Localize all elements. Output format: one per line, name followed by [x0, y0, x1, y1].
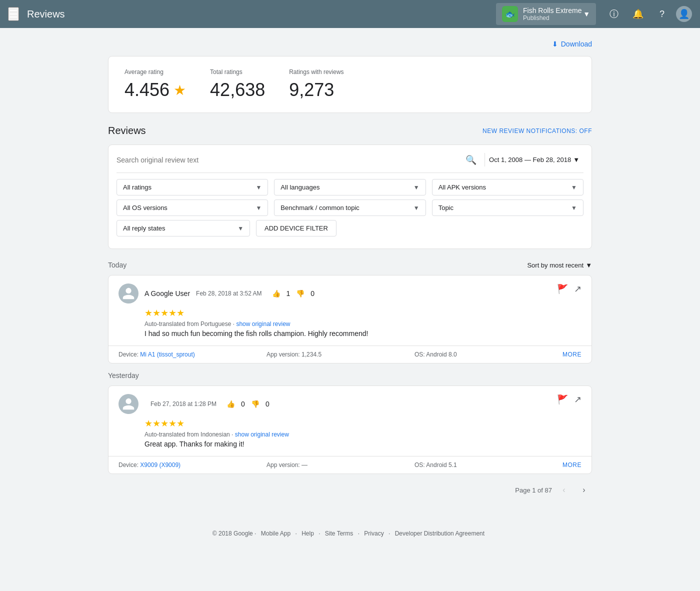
download-button[interactable]: ⬇ Download — [552, 40, 592, 48]
show-original-link-2[interactable]: show original review — [235, 431, 289, 438]
sort-label: Sort by most recent — [527, 262, 584, 269]
date-range-value: Oct 1, 2008 — Feb 28, 2018 — [489, 156, 571, 164]
review-user-row-1: A Google User Feb 28, 2018 at 3:52 AM 👍 … — [118, 284, 314, 304]
review-main-1: A Google User Feb 28, 2018 at 3:52 AM 👍 … — [108, 276, 592, 346]
review-footer-1: Device: Mi A1 (tissot_sprout) App versio… — [108, 346, 592, 363]
notifications-button[interactable]: 🔔 — [628, 4, 648, 24]
share-icon[interactable]: ↗ — [574, 394, 582, 405]
app-status: Published — [523, 14, 583, 22]
review-date-1: Feb 28, 2018 at 3:52 AM — [196, 290, 262, 297]
avatar[interactable]: 👤 — [676, 6, 692, 22]
total-ratings-label: Total ratings — [210, 68, 265, 76]
header-icons: ⓘ 🔔 ? 👤 — [604, 4, 692, 24]
search-row: 🔍 Oct 1, 2008 — Feb 28, 2018 ▼ — [116, 153, 584, 173]
page-info: Page 1 of 87 — [515, 486, 552, 494]
device-link-2[interactable]: X9009 (X9009) — [140, 462, 180, 468]
flag-icon[interactable]: 🚩 — [557, 284, 568, 294]
more-button-1[interactable]: MORE — [562, 351, 582, 358]
user-avatar-icon: 👤 — [678, 8, 690, 20]
filter-row-2: All OS versions ▼ Benchmark / common top… — [116, 200, 584, 216]
topic-filter[interactable]: Topic ▼ — [432, 200, 584, 216]
thumbs-up-icon: 👍 — [226, 400, 235, 408]
page-title: Reviews — [27, 8, 496, 20]
review-meta-1: A Google User Feb 28, 2018 at 3:52 AM 👍 … — [144, 290, 314, 298]
all-ratings-filter[interactable]: All ratings ▼ — [116, 179, 268, 196]
all-ratings-label: All ratings — [123, 184, 152, 191]
prev-icon: ‹ — [562, 486, 565, 494]
app-header: ☰ Reviews 🐟 Fish Rolls Extreme Published… — [0, 0, 700, 28]
reviews-title: Reviews — [108, 125, 146, 136]
footer-link-mobile[interactable]: Mobile App — [261, 530, 290, 537]
show-original-link-1[interactable]: show original review — [236, 320, 290, 328]
review-user-row-2: Feb 27, 2018 at 1:28 PM 👍 0 👎 0 — [118, 394, 270, 414]
search-icon: 🔍 — [466, 154, 476, 166]
prev-page-button[interactable]: ‹ — [556, 482, 572, 498]
thumbs-down-count-1: 0 — [310, 290, 314, 298]
review-stars-1: ★★★★★ — [144, 308, 582, 318]
star-icon: ★ — [174, 82, 186, 98]
today-sort-row: Today Sort by most recent ▼ — [108, 261, 592, 269]
app-version-2: App version: — — [266, 462, 414, 468]
chevron-down-icon: ▼ — [414, 204, 420, 212]
average-rating-stat: Average rating 4.456 ★ — [124, 68, 186, 100]
download-row: ⬇ Download — [108, 40, 592, 48]
filter-card: 🔍 Oct 1, 2008 — Feb 28, 2018 ▼ All ratin… — [108, 144, 592, 249]
footer-link-help[interactable]: Help — [302, 530, 314, 537]
share-icon[interactable]: ↗ — [574, 284, 582, 294]
os-info-2: OS: Android 5.1 — [414, 462, 562, 468]
next-icon: › — [582, 486, 585, 494]
add-device-filter-button[interactable]: ADD DEVICE FILTER — [256, 220, 336, 236]
download-icon: ⬇ — [552, 40, 558, 48]
review-header-2: Feb 27, 2018 at 1:28 PM 👍 0 👎 0 🚩 ↗ — [118, 394, 582, 414]
device-link-1[interactable]: Mi A1 (tissot_sprout) — [140, 351, 194, 358]
device-info-2: Device: X9009 (X9009) — [118, 462, 266, 468]
os-info-1: OS: Android 8.0 — [414, 351, 562, 358]
chevron-down-icon: ▼ — [571, 184, 577, 191]
search-input[interactable] — [116, 156, 466, 164]
user-avatar-1 — [118, 284, 138, 304]
benchmark-topic-filter[interactable]: Benchmark / common topic ▼ — [274, 200, 426, 216]
date-chevron-icon: ▼ — [573, 156, 580, 164]
bell-icon: 🔔 — [632, 8, 644, 20]
topic-label: Topic — [438, 204, 454, 212]
download-label: Download — [561, 40, 592, 48]
more-button-2[interactable]: MORE — [562, 462, 582, 468]
user-avatar-2 — [118, 394, 138, 414]
app-selector[interactable]: 🐟 Fish Rolls Extreme Published ▼ — [496, 3, 596, 25]
ratings-with-reviews-label: Ratings with reviews — [289, 68, 344, 76]
translation-note-1: Auto-translated from Portuguese · show o… — [144, 320, 582, 328]
next-page-button[interactable]: › — [576, 482, 592, 498]
menu-button[interactable]: ☰ — [8, 7, 19, 21]
thumbs-up-count-2: 0 — [241, 400, 245, 408]
ratings-with-reviews-stat: Ratings with reviews 9,273 — [289, 68, 344, 100]
notification-toggle[interactable]: NEW REVIEW NOTIFICATIONS: OFF — [482, 128, 592, 134]
all-languages-filter[interactable]: All languages ▼ — [274, 179, 426, 196]
sort-chevron-icon: ▼ — [586, 262, 592, 269]
app-info: Fish Rolls Extreme Published — [523, 6, 583, 22]
date-range-selector[interactable]: Oct 1, 2008 — Feb 28, 2018 ▼ — [484, 153, 584, 166]
all-languages-label: All languages — [280, 184, 320, 191]
flag-icon[interactable]: 🚩 — [557, 394, 568, 405]
help-button[interactable]: ? — [652, 4, 672, 24]
device-info-1: Device: Mi A1 (tissot_sprout) — [118, 351, 266, 358]
app-version-1: App version: 1,234.5 — [266, 351, 414, 358]
all-reply-states-filter[interactable]: All reply states ▼ — [116, 220, 250, 236]
sort-selector[interactable]: Sort by most recent ▼ — [527, 262, 592, 269]
footer-link-site-terms[interactable]: Site Terms — [325, 530, 353, 537]
stats-card: Average rating 4.456 ★ Total ratings 42,… — [108, 56, 592, 113]
all-apk-versions-filter[interactable]: All APK versions ▼ — [432, 179, 584, 196]
translation-note-2: Auto-translated from Indonesian · show o… — [144, 431, 582, 438]
review-actions-1: 🚩 ↗ — [557, 284, 582, 294]
total-ratings-stat: Total ratings 42,638 — [210, 68, 265, 100]
footer-link-privacy[interactable]: Privacy — [364, 530, 384, 537]
all-reply-states-label: All reply states — [123, 224, 166, 232]
copyright: © 2018 Google — [212, 530, 253, 537]
review-actions-2: 🚩 ↗ — [557, 394, 582, 405]
info-button[interactable]: ⓘ — [604, 4, 624, 24]
filter-row-3: All reply states ▼ ADD DEVICE FILTER — [116, 220, 584, 236]
review-card: A Google User Feb 28, 2018 at 3:52 AM 👍 … — [108, 275, 592, 364]
review-header-1: A Google User Feb 28, 2018 at 3:52 AM 👍 … — [118, 284, 582, 304]
footer-link-dda[interactable]: Developer Distribution Agreement — [395, 530, 484, 537]
chevron-down-icon: ▼ — [256, 204, 262, 212]
all-os-versions-filter[interactable]: All OS versions ▼ — [116, 200, 268, 216]
